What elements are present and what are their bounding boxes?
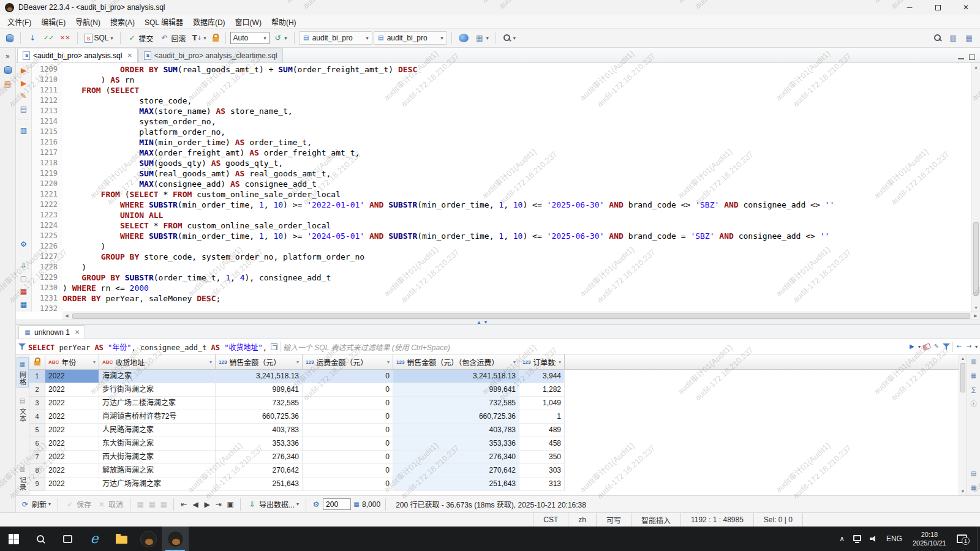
metadata-panel-icon[interactable]: ▦ [970,371,978,381]
cancel-button[interactable]: ✕ 取消 [95,498,125,511]
column-filter-icon[interactable]: ▾ [559,359,561,365]
menu-edit[interactable]: 编辑(E) [36,15,70,28]
maximize-view-icon[interactable] [969,54,975,60]
duplicate-row-icon[interactable]: ▦ [147,500,157,509]
perspective-button[interactable]: ▥ [946,32,960,44]
code-line[interactable]: ) [62,262,971,272]
code-line[interactable]: store_code, [62,96,971,106]
menu-navigate[interactable]: 导航(N) [70,15,105,28]
scroll-up-icon[interactable]: ▲ [972,63,980,71]
scroll-down-icon[interactable]: ▼ [972,304,980,312]
refresh-button[interactable]: ⟳ 刷新 ▾ [18,498,53,511]
tray-expand-button[interactable]: ∧ [835,527,849,551]
table-cell[interactable]: 3,241,518.13 [393,370,519,383]
editor-tab-analysis-cleartime[interactable]: <audit_bi_pro> analysis_cleartime.sql [138,48,283,62]
table-cell[interactable]: 276,340 [393,451,519,464]
column-header[interactable]: 123销售金额（元）（包含运费）▾ [393,354,519,369]
new-script-icon[interactable]: ▢ [19,274,29,283]
table-cell[interactable]: 2022 [45,478,99,491]
next-page-icon[interactable]: ▶ [202,500,212,509]
fetch-all-icon[interactable]: ▣ [225,500,235,509]
filter-history-back-icon[interactable]: ← [956,342,963,351]
chevron-down-icon[interactable]: ▾ [975,344,978,350]
table-cell[interactable]: 251,643 [216,478,303,491]
network-tray-button[interactable] [849,527,865,551]
table-cell[interactable]: 海澜之家 [99,370,216,383]
internet-explorer-button[interactable]: e [81,527,108,551]
table-cell[interactable]: 0 [303,437,393,451]
table-cell[interactable]: 489 [519,424,565,437]
taskbar-search-button[interactable] [27,527,54,551]
table-cell[interactable]: 尚湖镇吉桥村许巷72号 [99,410,216,424]
explain-plan-icon[interactable]: ✎ [19,91,29,101]
active-catalog-button[interactable]: ▦ ▾ [472,32,491,44]
show-desktop-button[interactable] [977,527,980,551]
code-line[interactable]: ) WHERE rn <= 2000 [62,283,971,293]
scrollbar-thumb[interactable] [72,313,970,319]
autocommit-lock-button[interactable] [210,33,221,43]
previous-page-icon[interactable]: ◀ [190,500,200,509]
code-line[interactable]: WHERE SUBSTR(min_order_time, 1, 10) >= '… [62,231,971,241]
table-cell[interactable]: 270,642 [216,464,303,478]
dbeaver-taskbar-button-2[interactable] [162,527,189,551]
scroll-right-icon[interactable]: ▶ [971,313,980,318]
pending-save-indicator[interactable]: ✓✓ [41,32,56,44]
database-navigator-icon[interactable] [4,66,12,74]
table-cell[interactable]: 2022 [45,451,99,464]
table-cell[interactable]: 353,336 [393,437,519,451]
unpin-results-icon[interactable]: ▦ [19,287,29,296]
code-line[interactable] [62,304,971,312]
panel-settings-icon[interactable]: ▦ [970,483,978,493]
fetch-from-navigator-button[interactable]: ↓ [25,32,40,44]
editor-horizontal-scrollbar[interactable]: ◀ ▶ [62,312,980,320]
table-cell[interactable]: 2022 [45,370,99,383]
column-filter-icon[interactable]: ▾ [387,359,390,365]
scrollbar-thumb[interactable] [960,363,965,392]
table-cell[interactable]: 660,725.36 [216,410,303,424]
references-panel-icon[interactable]: ⓘ [970,399,978,409]
code-line[interactable]: ORDER BY perYear, saleMoney DESC; [62,293,971,304]
table-cell[interactable]: 万达广场二楼海澜之家 [99,397,216,410]
dbeaver-taskbar-button-1[interactable] [135,527,162,551]
table-cell[interactable]: 2022 [45,424,99,437]
restore-panels-icon[interactable]: » [3,51,13,61]
scroll-left-icon[interactable]: ◀ [62,313,71,318]
projects-view-icon[interactable]: ▤ [3,79,13,89]
table-cell[interactable]: 403,783 [216,424,303,437]
code-area[interactable]: ORDER BY SUM(real_goods_amt_t) + SUM(ord… [62,63,971,312]
apply-filter-icon[interactable]: ▶ [908,342,916,351]
presentation-text-tab[interactable]: ▤ 文本 [17,394,28,424]
commit-button[interactable]: ✓ 提交 [125,32,156,45]
script-output-icon[interactable]: ▤ [19,104,29,114]
code-line[interactable]: platform_order_no, [62,127,971,137]
new-connection-button[interactable] [4,33,16,43]
table-cell[interactable]: 276,340 [216,451,303,464]
table-cell[interactable]: 2022 [45,397,99,410]
table-cell[interactable]: 989,641 [393,383,519,397]
toolbar-search-button[interactable]: ▾ [500,32,518,43]
save-button[interactable]: ✓ 保存 [63,498,93,511]
restore-window-button[interactable] [924,0,952,15]
clear-filter-icon[interactable] [922,343,931,351]
table-cell[interactable]: 3,241,518.13 [216,370,303,383]
execute-script-icon[interactable]: ▶ [19,78,29,88]
grid-view-icon[interactable]: ▦ [19,299,29,309]
filter-history-forward-icon[interactable]: → [965,342,973,351]
export-data-button[interactable]: ⇩ 导出数据... ▾ [246,498,301,511]
add-row-icon[interactable]: ▦ [135,500,145,509]
code-line[interactable]: SUM(real_goods_amt) AS real_goods_amt_t, [62,168,971,179]
column-header[interactable]: ABC年份▾ [45,354,99,369]
grid-settings-gear-icon[interactable]: ⚙ [311,500,321,509]
connection-selector[interactable]: ▤ audit_bi_pro ▾ [299,31,372,45]
presentation-grid-tab[interactable]: ▦ 网格 [17,357,29,388]
filter-input[interactable]: 输入一个 SQL 表达式来过滤结果 (使用 Ctrl+Space) [283,342,906,352]
menu-help[interactable]: 帮助(H) [266,15,301,28]
menu-sql-editor[interactable]: SQL 编辑器 [140,15,188,28]
code-line[interactable]: ) AS rn [62,75,971,85]
minimize-window-button[interactable]: ─ [895,0,924,15]
editor-tab-analysis[interactable]: <audit_bi_pro> analysis.sql ✕ [17,48,138,62]
isolation-level-combo[interactable]: Auto ▾ [230,32,270,44]
table-cell[interactable]: 解放路海澜之家 [99,464,216,478]
table-cell[interactable]: 2022 [45,464,99,478]
table-cell[interactable]: 270,642 [393,464,519,478]
